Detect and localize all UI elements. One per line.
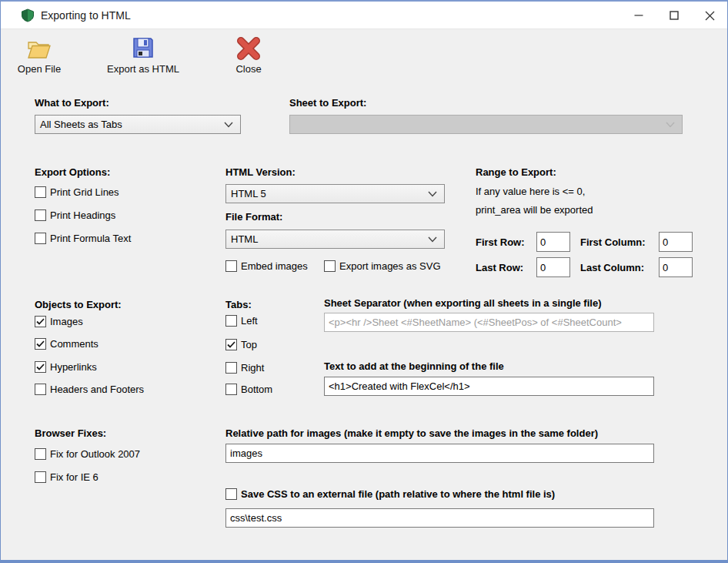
html-version-value: HTML 5 bbox=[231, 188, 266, 199]
beginning-text-label: Text to add at the beginning of the file bbox=[324, 360, 504, 372]
checkbox-box[interactable] bbox=[35, 233, 46, 244]
checkbox-save-css[interactable]: Save CSS to an external file (path relat… bbox=[225, 488, 555, 500]
red-x-icon bbox=[237, 34, 260, 60]
check-icon bbox=[36, 364, 45, 370]
floppy-disk-icon bbox=[131, 34, 155, 60]
window-controls bbox=[621, 2, 727, 29]
export-options-label: Export Options: bbox=[35, 166, 110, 178]
html-version-label: HTML Version: bbox=[225, 166, 296, 178]
what-to-export-label: What to Export: bbox=[35, 97, 109, 109]
save-css-path-input[interactable] bbox=[225, 508, 654, 528]
chevron-down-icon bbox=[224, 122, 233, 128]
window-title: Exporting to HTML bbox=[41, 9, 131, 22]
checkbox-label: Print Formula Text bbox=[50, 233, 131, 244]
sheet-separator-input[interactable] bbox=[324, 313, 654, 332]
checkbox-box[interactable] bbox=[35, 186, 46, 198]
chevron-down-icon bbox=[428, 236, 437, 243]
open-file-label: Open File bbox=[18, 63, 61, 75]
checkbox-headers-and-footers[interactable]: Headers and Footers bbox=[35, 384, 144, 395]
checkbox-label: Images bbox=[50, 316, 83, 327]
checkbox-label: Print Headings bbox=[50, 209, 115, 221]
checkbox-label: Right bbox=[241, 362, 264, 374]
checkbox-tabs-bottom[interactable]: Bottom bbox=[225, 384, 272, 395]
toolbar-close-button[interactable]: Close bbox=[213, 34, 284, 75]
first-column-input[interactable] bbox=[659, 232, 693, 252]
what-to-export-select[interactable]: All Sheets as Tabs bbox=[35, 115, 241, 134]
checkbox-box[interactable] bbox=[225, 260, 237, 272]
checkbox-label: Export images as SVG bbox=[339, 260, 441, 272]
checkbox-box[interactable] bbox=[324, 260, 336, 272]
checkbox-tabs-left[interactable]: Left bbox=[225, 315, 258, 327]
first-column-label: First Column: bbox=[580, 236, 646, 248]
checkbox-label: Hyperlinks bbox=[50, 361, 97, 373]
last-column-input[interactable] bbox=[659, 257, 693, 277]
first-row-input[interactable] bbox=[536, 232, 570, 252]
checkbox-box[interactable] bbox=[225, 315, 237, 327]
relative-path-input[interactable] bbox=[225, 444, 654, 463]
title-bar: Exporting to HTML bbox=[1, 2, 727, 29]
checkbox-box[interactable] bbox=[35, 338, 46, 350]
checkbox-comments[interactable]: Comments bbox=[35, 338, 99, 350]
checkbox-label: Top bbox=[241, 339, 257, 350]
chevron-down-icon bbox=[428, 191, 437, 197]
minimize-button[interactable] bbox=[621, 2, 656, 29]
checkbox-tabs-right[interactable]: Right bbox=[225, 362, 264, 374]
maximize-icon bbox=[670, 11, 679, 20]
range-to-export-label: Range to Export: bbox=[476, 166, 556, 178]
first-row-label: First Row: bbox=[476, 236, 525, 248]
checkbox-fix-ie6[interactable]: Fix for IE 6 bbox=[35, 471, 99, 483]
checkbox-box[interactable] bbox=[225, 339, 237, 350]
checkbox-print-headings[interactable]: Print Headings bbox=[35, 209, 115, 221]
checkbox-box[interactable] bbox=[35, 448, 46, 460]
checkbox-fix-outlook-2007[interactable]: Fix for Outlook 2007 bbox=[35, 448, 140, 460]
checkbox-label: Save CSS to an external file (path relat… bbox=[241, 488, 555, 500]
html-version-select[interactable]: HTML 5 bbox=[225, 184, 445, 203]
chevron-down-icon bbox=[666, 122, 675, 128]
open-file-button[interactable]: Open File bbox=[7, 34, 72, 75]
check-icon bbox=[227, 341, 235, 348]
file-format-select[interactable]: HTML bbox=[225, 230, 445, 249]
open-folder-icon bbox=[26, 34, 52, 60]
checkbox-label: Fix for Outlook 2007 bbox=[50, 448, 140, 460]
checkbox-label: Embed images bbox=[241, 260, 308, 272]
checkbox-box[interactable] bbox=[225, 488, 237, 500]
checkbox-embed-images[interactable]: Embed images bbox=[225, 260, 308, 272]
close-button[interactable] bbox=[692, 2, 727, 29]
close-icon bbox=[705, 11, 715, 21]
checkbox-box[interactable] bbox=[35, 471, 46, 483]
checkbox-export-images-as-svg[interactable]: Export images as SVG bbox=[324, 260, 441, 272]
relative-path-label: Relative path for images (make it empty … bbox=[225, 427, 598, 439]
sheet-separator-label: Sheet Separator (when exporting all shee… bbox=[324, 297, 601, 309]
checkbox-images[interactable]: Images bbox=[35, 316, 83, 327]
minimize-icon bbox=[634, 11, 643, 20]
check-icon bbox=[36, 340, 45, 347]
checkbox-print-formula-text[interactable]: Print Formula Text bbox=[35, 233, 131, 244]
export-dialog-window: Exporting to HTML Open File bbox=[0, 0, 728, 563]
checkbox-box[interactable] bbox=[35, 209, 46, 221]
check-icon bbox=[36, 318, 45, 325]
export-as-html-label: Export as HTML bbox=[107, 63, 179, 75]
checkbox-label: Left bbox=[241, 315, 258, 327]
checkbox-label: Headers and Footers bbox=[50, 384, 144, 395]
what-to-export-value: All Sheets as Tabs bbox=[40, 119, 122, 130]
checkbox-hyperlinks[interactable]: Hyperlinks bbox=[35, 361, 97, 373]
checkbox-box[interactable] bbox=[35, 316, 46, 327]
app-icon bbox=[21, 8, 35, 22]
export-as-html-button[interactable]: Export as HTML bbox=[103, 34, 183, 75]
range-hint-line2: print_area will be exported bbox=[476, 204, 593, 216]
last-row-input[interactable] bbox=[536, 257, 570, 277]
checkbox-label: Print Grid Lines bbox=[50, 186, 119, 198]
checkbox-box[interactable] bbox=[225, 384, 237, 395]
beginning-text-input[interactable] bbox=[324, 377, 654, 396]
maximize-button[interactable] bbox=[656, 2, 692, 29]
checkbox-label: Bottom bbox=[241, 384, 272, 395]
sheet-to-export-label: Sheet to Export: bbox=[289, 97, 366, 109]
tabs-label: Tabs: bbox=[225, 299, 252, 310]
toolbar-close-label: Close bbox=[235, 63, 261, 75]
checkbox-box[interactable] bbox=[225, 362, 237, 374]
checkbox-print-grid-lines[interactable]: Print Grid Lines bbox=[35, 186, 119, 198]
checkbox-box[interactable] bbox=[35, 361, 46, 373]
file-format-label: File Format: bbox=[225, 211, 282, 223]
checkbox-tabs-top[interactable]: Top bbox=[225, 339, 257, 350]
checkbox-box[interactable] bbox=[35, 384, 46, 395]
